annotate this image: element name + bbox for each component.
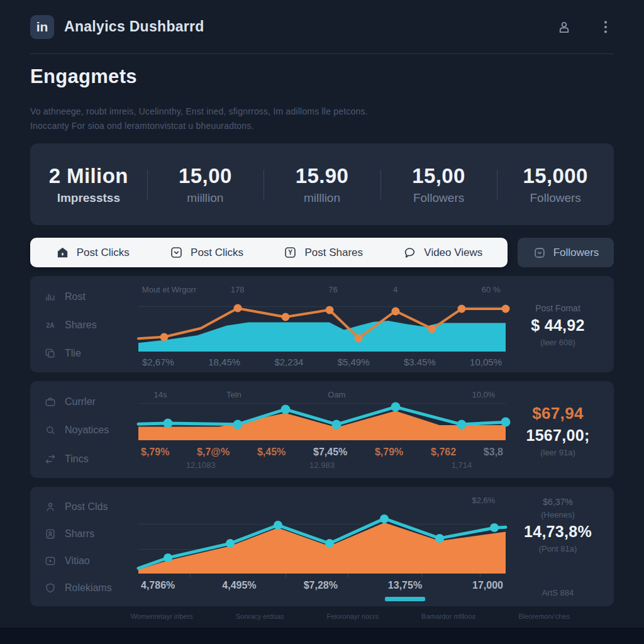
value-text: $,7@% [197, 447, 230, 458]
right-panel-line: (Pont 81a) [539, 544, 577, 553]
menu-item-label: Tlie [65, 348, 81, 359]
menu-item-noyatices[interactable]: Noyatices [44, 424, 133, 436]
value-text: $,79% [141, 447, 169, 458]
app-header: in Analyics Dushbarrd [30, 0, 614, 54]
x-axis-label: $5,49% [338, 357, 370, 367]
value-item: $,45% [257, 447, 286, 458]
chart-data-point [490, 523, 499, 532]
chart-data-point [164, 553, 172, 562]
menu-item-label: Rost [65, 291, 86, 303]
tab-bar: Post ClicksPost ClicksYPost SharesVideo … [30, 238, 508, 267]
bar-chart-icon [44, 291, 57, 303]
menu-item-vitiao[interactable]: Vitiao [44, 555, 133, 567]
card-menu: CurrlerNoyaticesTincs [39, 387, 133, 473]
stat-label: miillion [147, 191, 264, 205]
value-item: 4,495% [222, 580, 256, 601]
tab-post-clicks[interactable]: Post Clicks [169, 245, 243, 260]
chart-canvas [138, 508, 506, 574]
right-panel-line: (leer 608) [540, 338, 575, 347]
value-item: $,79% [375, 447, 403, 458]
stat-value: 15,00 [147, 164, 264, 188]
user-icon[interactable] [556, 19, 572, 35]
chart-data-point [435, 534, 444, 543]
stat-label: Followers [497, 191, 614, 205]
value-item: $7,45% [313, 447, 347, 458]
stat-item: 2 MilionImpresstss [30, 164, 147, 205]
footer-labels: Womenretayr iribersSonracy erdsasFeioron… [131, 613, 570, 620]
stat-label: Impresstss [30, 191, 147, 205]
menu-item-currler[interactable]: Currler [44, 396, 133, 408]
card-right-panel: $67,941567,00;(leer 91a) [511, 387, 605, 473]
tab-label: Post Clicks [191, 247, 243, 259]
chart-data-point [160, 333, 168, 341]
chart-data-point [332, 419, 341, 429]
value-text: 4,786% [141, 580, 175, 591]
linkedin-logo: in [30, 15, 54, 39]
values-row: $,79%$,7@%$,45%$7,45%$,79%$,762$3,8 [138, 447, 506, 458]
values-row: 4,786%4,495%$7,28%13,75%17,000 [138, 580, 506, 601]
right-panel-line: 14,73,8% [524, 523, 592, 541]
menu-item-label: Rolekiams [65, 582, 112, 594]
active-value-underline [385, 597, 425, 601]
menu-item-label: Tincs [65, 453, 89, 465]
menu-item-label: Sharrs [65, 528, 94, 540]
followers-button[interactable]: Followers [518, 238, 614, 267]
value-text: $3,8 [484, 447, 503, 458]
tab-label: Post Clicks [77, 247, 130, 259]
page-subtitle-line1: Vo athneege, roubt imreis, Ucelinnthy, E… [30, 104, 614, 119]
sort-icon [44, 453, 57, 465]
stat-value: 15,00 [380, 164, 497, 188]
right-panel-line: (leer 91a) [540, 448, 575, 457]
chart-data-point [274, 521, 282, 530]
right-panel-line: 1567,00; [526, 426, 589, 445]
page-title: Engagmets [30, 65, 614, 88]
stat-label: Followers [380, 191, 497, 205]
value-item: 17,000 [472, 580, 503, 601]
chart-data-point [325, 539, 334, 548]
chart-canvas [138, 402, 506, 440]
search-icon [44, 424, 57, 436]
chart-annotation: 60 % [482, 285, 501, 294]
chart-annotation: Teln [226, 390, 242, 399]
menu-item-tincs[interactable]: Tincs [44, 453, 133, 465]
tab-video-views[interactable]: Video Views [402, 245, 482, 260]
post-performance-card: Rost2ASharesTlieMout et Wrgorr17876460 %… [30, 276, 614, 372]
footer-label: Feioronayr riocrs [326, 613, 379, 620]
value-item: $,762 [431, 447, 456, 458]
value-item: $3,8 [484, 447, 503, 458]
tab-post-shares[interactable]: YPost Shares [283, 245, 363, 260]
chart-data-point [280, 404, 290, 414]
menu-item-rolekiams[interactable]: Rolekiams [44, 582, 133, 594]
menu-item-rost[interactable]: Rost [44, 291, 133, 303]
tab-post-clicks[interactable]: Post Clicks [55, 245, 130, 260]
menu-item-sharrs[interactable]: Sharrs [44, 528, 133, 540]
chart-data-point [325, 306, 333, 314]
kebab-menu-icon[interactable] [597, 19, 614, 35]
chart-data-point [226, 539, 235, 548]
chart-cards: Rost2ASharesTlieMout et Wrgorr17876460 %… [30, 276, 614, 606]
svg-text:2A: 2A [47, 321, 55, 328]
chat-icon [402, 245, 417, 260]
sub-value: 12,1083 [186, 460, 216, 470]
right-panel-line: $67,94 [532, 404, 583, 423]
x-axis-label: $2,234 [274, 357, 303, 367]
value-item: $7,28% [304, 580, 338, 601]
chart-data-point [233, 304, 242, 313]
right-panel-line: Post Fomat [535, 303, 580, 313]
menu-item-tlie[interactable]: Tlie [44, 347, 133, 360]
right-panel-line: $6,37% [543, 497, 572, 507]
x-axis-label: 18,45% [208, 357, 240, 367]
chart-data-point [380, 514, 389, 523]
stat-item: 15,00Followers [380, 164, 497, 205]
value-text: 4,495% [222, 580, 256, 591]
right-panel-line: (Heenes) [541, 510, 574, 519]
menu-item-post-clds[interactable]: Post Clds [44, 501, 133, 513]
x-axis-label: 10,05% [470, 357, 502, 367]
value-text: $,45% [257, 447, 286, 458]
card-chart-area: $2,6%4,786%4,495%$7,28%13,75%17,000 [138, 493, 506, 601]
chart-annotation: 178 [231, 285, 245, 294]
sub-value: 1,714 [452, 460, 472, 470]
menu-item-shares[interactable]: 2AShares [44, 319, 133, 331]
chart-annotations: Mout et Wrgorr17876460 % [138, 284, 506, 297]
x-axis-labels: $2,67%18,45%$2,234$5,49%$3.45%10,05% [138, 357, 506, 367]
